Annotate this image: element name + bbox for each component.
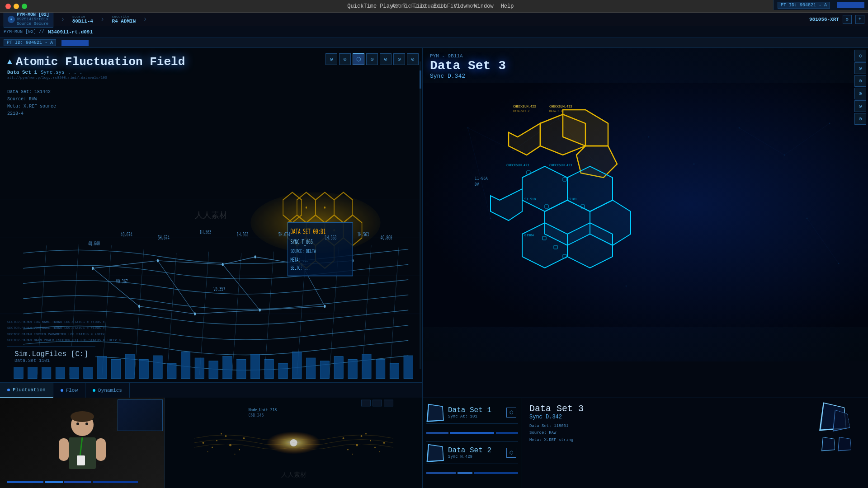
settings-icon[interactable]: ⚙ xyxy=(843,15,852,24)
expand-icon[interactable]: + xyxy=(855,15,864,24)
sec-monitor: PYM-MON [02] // xyxy=(4,29,44,34)
toolbar-icon-3[interactable]: ⊙ xyxy=(366,53,378,65)
scroll-thumb[interactable] xyxy=(420,70,421,89)
app-header: ● PYM-MON [02] 09251415rt01x Source Secu… xyxy=(0,13,868,26)
tab-bar[interactable]: Fluctuation Flow Dynamics xyxy=(0,382,422,398)
svg-point-24 xyxy=(259,309,261,312)
svg-line-9 xyxy=(199,252,209,375)
svg-point-23 xyxy=(194,312,196,315)
window-title: AtomicFluctuationField.mov xyxy=(392,3,476,9)
svg-point-42 xyxy=(333,229,335,231)
svg-rect-70 xyxy=(153,356,163,378)
svg-line-30 xyxy=(302,261,353,264)
toolbar-icon-4[interactable]: ⊙ xyxy=(380,53,392,65)
toolbar-icon-cube[interactable]: ⬡ xyxy=(353,53,364,65)
svg-text:4Q.640: 4Q.640 xyxy=(88,240,100,246)
svg-point-19 xyxy=(254,255,256,258)
toolbar-icon-5[interactable]: ⊙ xyxy=(393,53,405,65)
ds1-name: Data Set 1 xyxy=(448,406,491,414)
meta-id: 2218-4 xyxy=(7,110,56,117)
svg-line-6 xyxy=(102,245,112,375)
svg-rect-99 xyxy=(59,438,69,461)
svg-text:5H.674: 5H.674 xyxy=(278,231,290,237)
meta-source: Source: RAW xyxy=(7,96,56,103)
ds1-mini-icon: ⬡ xyxy=(506,408,516,418)
viz-toolbar[interactable]: ⊙ ⊙ ⬡ ⊙ ⊙ ⊙ ⊙ xyxy=(322,52,422,67)
rt-icon-4[interactable]: ⊙ xyxy=(854,88,866,99)
detail-source: Source: RAW xyxy=(529,430,584,436)
sector-param-4: SECTOR.PARAM MAIN.POWER [SECTOR.01] LOG.… xyxy=(7,338,121,344)
right-panel: CHECKSUM.423 DATA.SET.2 CHECKSUM.423 DAT… xyxy=(423,48,868,488)
monitor-badge: ● PYM-MON [02] 09251415rt01x Source Secu… xyxy=(4,11,53,28)
sector-param-2: SECTOR.PARAM VOX.NAME.TRUNK LOG.STATUS =… xyxy=(7,325,121,332)
dataset-item-1: Data Set 1 Sync At: 101 ⬡ xyxy=(426,402,518,424)
pt-id-bar: PT ID: 904821 - A PT ID: 904821 - A xyxy=(0,38,868,48)
toolbar-icon-6[interactable]: ⊙ xyxy=(407,53,419,65)
svg-text:META: ...: META: ... xyxy=(291,257,308,263)
progress-bars-2 xyxy=(426,464,518,482)
menu-window[interactable]: Window xyxy=(474,3,493,9)
svg-point-146 xyxy=(626,286,627,287)
meta-dataset: Data Set: 181442 xyxy=(7,89,56,96)
svg-point-118 xyxy=(356,444,358,446)
minimize-button[interactable] xyxy=(14,4,19,9)
maximize-button[interactable] xyxy=(22,4,27,9)
monitor-id-text: PYM-MON [02] xyxy=(17,12,49,17)
header-right: 981056-XRT ⚙ + xyxy=(809,15,864,24)
svg-text:1H.563: 1H.563 xyxy=(325,235,336,240)
small-cube-1 xyxy=(821,437,835,451)
svg-line-27 xyxy=(158,261,223,264)
rt-icon-6[interactable]: ⊙ xyxy=(854,113,866,125)
right-header: PYM - 9B11A Data Set 3 Sync D.342 xyxy=(430,53,506,80)
svg-point-125 xyxy=(352,454,353,455)
svg-point-108 xyxy=(212,447,213,448)
detail-meta: Data Set: 118001 Source: RAW Meta: X.REF… xyxy=(529,423,584,444)
wave-svg: Node_Unit-218 C6B.346 人人素材 xyxy=(165,398,422,488)
right-toolbar[interactable]: ◇ ⊙ ⊙ ⊙ ⊙ ⊙ xyxy=(853,48,868,127)
cam-feed xyxy=(0,398,165,488)
tab-dynamics[interactable]: Dynamics xyxy=(85,383,130,398)
right-top-viz: CHECKSUM.423 DATA.SET.2 CHECKSUM.423 DAT… xyxy=(423,48,868,398)
rt-icon-1[interactable]: ◇ xyxy=(854,50,866,61)
close-button[interactable] xyxy=(5,4,11,9)
bottom-row: Node_Unit-218 C6B.346 人人素材 xyxy=(0,398,422,488)
sector-param-1: SECTOR.PARAM LOG.NAME.TRUNK LOG.STATUS =… xyxy=(7,319,121,326)
toolbar-icon-1[interactable]: ⊙ xyxy=(326,53,337,65)
bottom-left-cam xyxy=(0,398,165,488)
svg-line-15 xyxy=(390,244,399,375)
rt-icon-3[interactable]: ⊙ xyxy=(854,75,866,87)
detail-sync: Sync D.342 xyxy=(529,414,584,420)
progress-5 xyxy=(458,472,472,474)
svg-point-121 xyxy=(361,435,363,437)
svg-line-34 xyxy=(302,264,325,306)
traffic-lights[interactable] xyxy=(5,4,27,9)
rt-icon-5[interactable]: ⊙ xyxy=(854,100,866,112)
monitor-badge-text: Source Secure xyxy=(17,22,49,26)
toolbar-icon-2[interactable]: ⊙ xyxy=(339,53,351,65)
monitor-screen xyxy=(118,400,162,431)
security-block: security R4 ADMIN xyxy=(112,14,136,24)
svg-line-13 xyxy=(330,247,339,375)
tab-fluctuation[interactable]: Fluctuation xyxy=(0,383,53,398)
tab-flow[interactable]: Flow xyxy=(53,383,85,398)
svg-point-120 xyxy=(374,447,376,448)
svg-point-102 xyxy=(85,422,88,425)
svg-point-112 xyxy=(221,433,222,435)
scroll-track[interactable] xyxy=(420,61,421,369)
svg-text:S1.518: S1.518 xyxy=(524,197,536,201)
svg-line-12 xyxy=(297,249,307,375)
progress-2 xyxy=(450,432,495,434)
menu-help[interactable]: Help xyxy=(501,3,514,9)
svg-point-138 xyxy=(648,136,650,138)
svg-point-16 xyxy=(92,267,94,270)
secondary-header: PYM-MON [02] // M340911-rt.d091 xyxy=(0,26,868,38)
svg-rect-133 xyxy=(423,83,868,327)
svg-point-25 xyxy=(324,305,326,308)
svg-point-39 xyxy=(306,206,307,209)
svg-rect-87 xyxy=(390,363,399,379)
svg-line-29 xyxy=(255,257,302,265)
viz-main-title: Atomic Fluctuation Field xyxy=(16,55,185,69)
right-bottom-panels: Data Set 1 Sync At: 101 ⬡ Data Set 2 Syn… xyxy=(423,398,868,488)
svg-rect-67 xyxy=(111,360,121,379)
rt-icon-2[interactable]: ⊙ xyxy=(854,62,866,74)
